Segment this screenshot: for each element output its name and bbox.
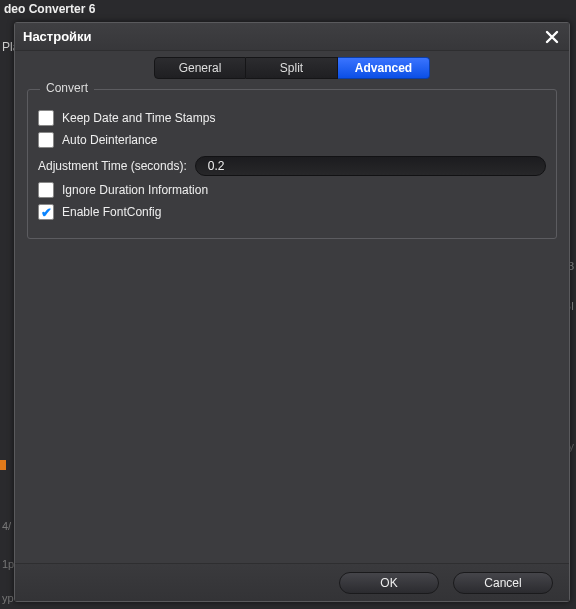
label-keep-date: Keep Date and Time Stamps	[62, 111, 215, 125]
checkbox-auto-deinterlace[interactable]	[38, 132, 54, 148]
close-button[interactable]	[541, 27, 563, 47]
group-legend: Convert	[40, 81, 94, 95]
ok-button[interactable]: OK	[339, 572, 439, 594]
checkbox-fontconfig[interactable]	[38, 204, 54, 220]
tab-bar: General Split Advanced	[15, 51, 569, 85]
dialog-title: Настройки	[23, 29, 541, 44]
settings-dialog: Настройки General Split Advanced Convert…	[14, 22, 570, 602]
tab-split[interactable]: Split	[246, 57, 338, 79]
row-fontconfig: Enable FontConfig	[38, 204, 546, 220]
tab-general[interactable]: General	[154, 57, 246, 79]
app-title-fragment: deo Converter 6	[4, 2, 95, 16]
row-ignore-duration: Ignore Duration Information	[38, 182, 546, 198]
checkbox-ignore-duration[interactable]	[38, 182, 54, 198]
row-adjustment-time: Adjustment Time (seconds): 0.2	[38, 156, 546, 176]
label-ignore-duration: Ignore Duration Information	[62, 183, 208, 197]
cancel-button[interactable]: Cancel	[453, 572, 553, 594]
dialog-body-spacer	[15, 239, 569, 563]
tab-advanced[interactable]: Advanced	[338, 57, 430, 79]
label-fontconfig: Enable FontConfig	[62, 205, 161, 219]
close-icon	[545, 30, 559, 44]
row-keep-date: Keep Date and Time Stamps	[38, 110, 546, 126]
bg-accent-strip	[0, 460, 6, 470]
dialog-titlebar: Настройки	[15, 23, 569, 51]
input-adjustment-time[interactable]: 0.2	[195, 156, 546, 176]
convert-group: Convert Keep Date and Time Stamps Auto D…	[27, 89, 557, 239]
dialog-footer: OK Cancel	[15, 563, 569, 601]
label-adjustment-time: Adjustment Time (seconds):	[38, 159, 187, 173]
label-auto-deinterlace: Auto Deinterlance	[62, 133, 157, 147]
row-auto-deinterlace: Auto Deinterlance	[38, 132, 546, 148]
checkbox-keep-date[interactable]	[38, 110, 54, 126]
